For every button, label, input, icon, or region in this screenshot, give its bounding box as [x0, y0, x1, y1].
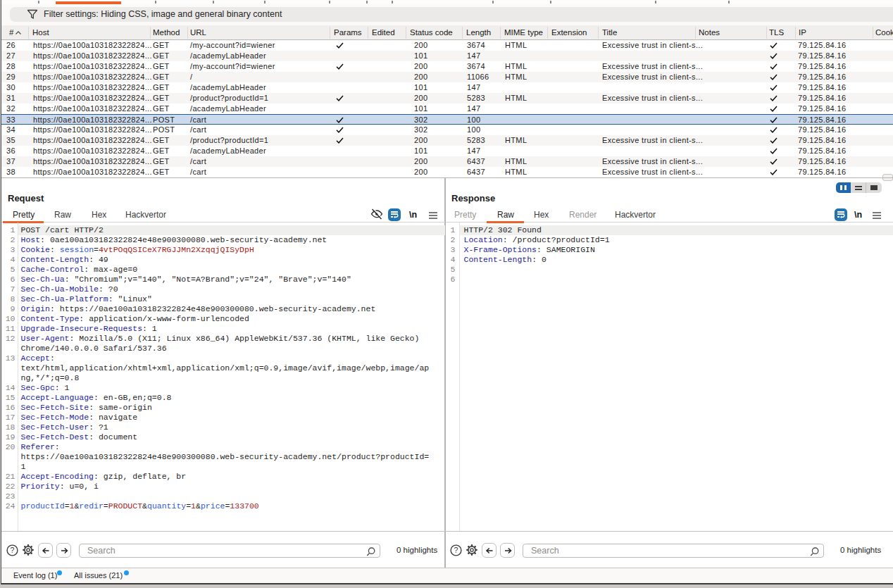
svg-text:?: ?: [11, 546, 15, 554]
svg-text:?: ?: [454, 546, 458, 554]
